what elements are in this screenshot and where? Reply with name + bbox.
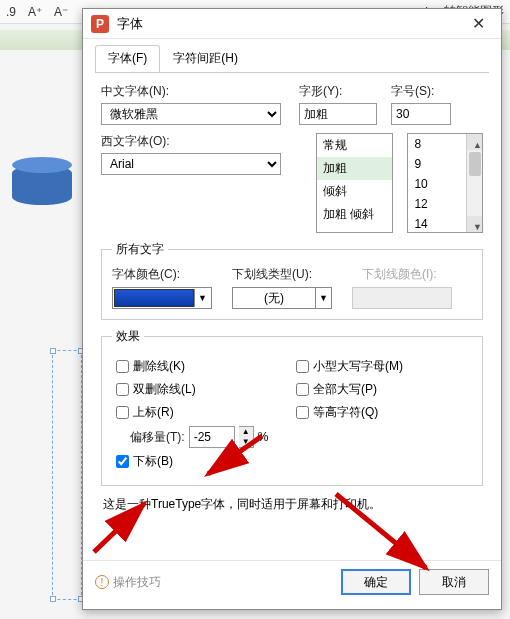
annotation-arrow-3 [330, 490, 440, 580]
size-input[interactable] [391, 103, 451, 125]
west-font-select[interactable]: Arial [101, 153, 281, 175]
style-input[interactable] [299, 103, 377, 125]
font-color-picker[interactable]: ▼ [112, 287, 212, 309]
chk-allcaps[interactable]: 全部大写(P) [292, 380, 403, 399]
tab-font[interactable]: 字体(F) [95, 45, 160, 72]
dialog-title: 字体 [117, 15, 143, 33]
chk-smallcaps[interactable]: 小型大写字母(M) [292, 357, 403, 376]
tab-spacing[interactable]: 字符间距(H) [160, 45, 251, 72]
chevron-down-icon[interactable]: ▼ [194, 289, 210, 307]
group-effects: 效果 删除线(K) 双删除线(L) 上标(R) 偏移量(T): ▲▼ % 下标(… [101, 328, 483, 486]
tips-link[interactable]: ! 操作技巧 [95, 574, 161, 591]
label-size: 字号(S): [391, 83, 434, 100]
scroll-up-icon[interactable]: ▲ [467, 134, 483, 150]
info-icon: ! [95, 575, 109, 589]
label-style: 字形(Y): [299, 83, 391, 100]
label-underline-color: 下划线颜色(I): [362, 266, 437, 283]
close-icon[interactable]: ✕ [463, 12, 493, 36]
label-offset: 偏移量(T): [130, 429, 185, 446]
size-list[interactable]: 8 9 10 12 14 ▲ ▼ [407, 133, 483, 233]
chk-strikethrough[interactable]: 删除线(K) [112, 357, 292, 376]
label-underline-type: 下划线类型(U): [232, 266, 362, 283]
legend-effects: 效果 [112, 328, 144, 345]
legend-all-text: 所有文字 [112, 241, 168, 258]
titlebar: P 字体 ✕ [83, 9, 501, 39]
cn-font-select[interactable]: 微软雅黑 [101, 103, 281, 125]
scroll-down-icon[interactable]: ▼ [467, 216, 483, 232]
label-font-color: 字体颜色(C): [112, 266, 232, 283]
color-swatch [114, 289, 194, 307]
annotation-arrow-2 [88, 498, 158, 558]
chk-superscript[interactable]: 上标(R) [112, 403, 292, 422]
chevron-down-icon[interactable]: ▼ [315, 288, 331, 308]
size-list-scrollbar[interactable]: ▲ ▼ [466, 134, 482, 232]
underline-color-picker [352, 287, 452, 309]
form-area: 中文字体(N): 字形(Y): 字号(S): 微软雅黑 西文字体(O): Ari… [83, 73, 501, 523]
group-all-text: 所有文字 字体颜色(C): 下划线类型(U): 下划线颜色(I): ▼ (无) … [101, 241, 483, 320]
label-cn-font: 中文字体(N): [101, 83, 299, 100]
app-icon: P [91, 15, 109, 33]
background-selection-box [52, 350, 82, 600]
label-west-font: 西文字体(O): [101, 133, 298, 150]
background-shape-cylinder [12, 165, 72, 205]
tab-strip: 字体(F) 字符间距(H) [95, 45, 489, 73]
style-list[interactable]: 常规 加粗 倾斜 加粗 倾斜 [316, 133, 394, 233]
annotation-arrow-1 [198, 432, 268, 482]
underline-type-select[interactable]: (无) ▼ [232, 287, 332, 309]
chk-equalheight[interactable]: 等高字符(Q) [292, 403, 403, 422]
chk-dbl-strikethrough[interactable]: 双删除线(L) [112, 380, 292, 399]
